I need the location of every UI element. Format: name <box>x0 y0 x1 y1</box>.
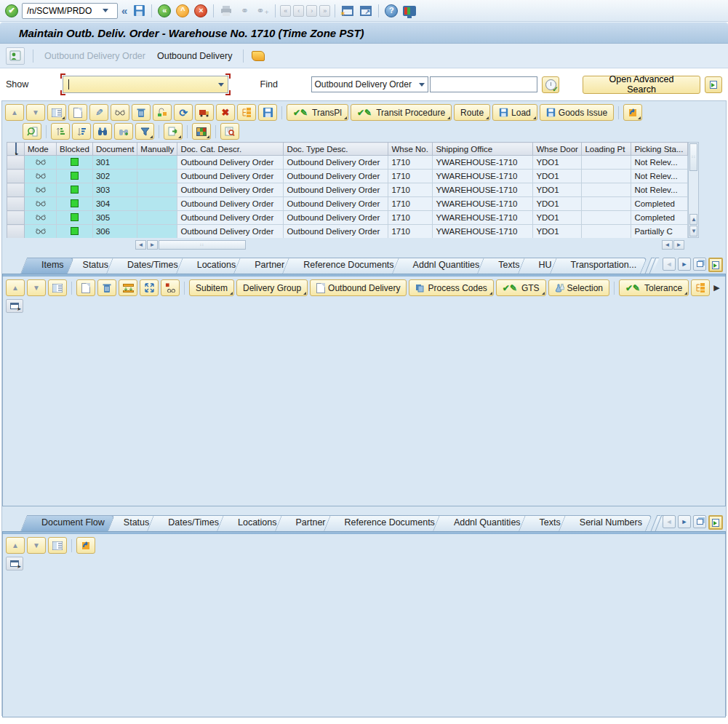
row-selector[interactable] <box>7 211 25 225</box>
open-advanced-search-button[interactable]: Open Advanced Search <box>583 76 700 94</box>
table-row[interactable]: 305 Outbound Delivery Order Outbound Del… <box>7 211 688 225</box>
row-selector[interactable] <box>7 170 25 183</box>
outbound-delivery-button[interactable]: Outbound Delivery <box>310 279 407 296</box>
table-row[interactable]: 302 Outbound Delivery Order Outbound Del… <box>7 170 688 183</box>
items-select-all-button[interactable] <box>6 299 23 313</box>
enter-icon[interactable]: ✔ <box>4 3 20 19</box>
find-type-dropdown-icon[interactable] <box>419 83 425 87</box>
col-shipping-office[interactable]: Shipping Office <box>433 143 533 156</box>
col-document[interactable]: Document <box>92 143 137 156</box>
undo-button[interactable] <box>623 104 642 121</box>
edit-button[interactable]: ✎ <box>89 104 108 121</box>
tab-scroll-right-icon[interactable]: ► <box>678 515 691 528</box>
scroll-left-icon[interactable]: ◄ <box>135 240 146 250</box>
table-row[interactable]: 304 Outbound Delivery Order Outbound Del… <box>7 197 688 211</box>
hscrollbar-thumb[interactable]: ∷ <box>159 240 246 250</box>
scroll-down-icon[interactable]: ▼ <box>689 226 697 236</box>
display-button[interactable] <box>111 104 129 121</box>
transit-procedure-button[interactable]: ✔✎Transit Procedure <box>351 104 452 121</box>
tab-scroll-left-icon[interactable]: ◄ <box>663 515 676 528</box>
delete-button[interactable] <box>97 279 116 296</box>
col-picking-status[interactable]: Picking Sta... <box>631 143 688 156</box>
command-input[interactable] <box>27 6 100 16</box>
col-mode[interactable]: Mode <box>25 143 57 156</box>
col-doc-type[interactable]: Doc. Type Desc. <box>284 143 388 156</box>
row-selector[interactable] <box>7 183 25 197</box>
layout-button[interactable] <box>192 123 211 140</box>
tab-addnl-quantities[interactable]: Addnl Quantities <box>399 258 490 274</box>
up-button[interactable]: ▲ <box>6 279 25 296</box>
up-button[interactable]: ▲ <box>6 537 25 554</box>
details-button[interactable] <box>48 279 67 296</box>
find-details-button[interactable] <box>23 123 41 140</box>
tab-scroll-right-icon[interactable]: ► <box>678 258 691 271</box>
sort-descending-button[interactable] <box>72 123 91 140</box>
insert-line-button[interactable] <box>119 279 137 296</box>
sort-ascending-button[interactable] <box>51 123 70 140</box>
scroll-up-icon[interactable]: ▲ <box>689 214 697 225</box>
collapse-icon[interactable]: « <box>120 4 129 17</box>
delivery-group-button[interactable]: Delivery Group <box>236 279 308 296</box>
tab-list-icon[interactable] <box>693 258 706 271</box>
load-button[interactable]: Load <box>492 104 537 121</box>
tab-transportation[interactable]: Transportation... <box>556 258 647 274</box>
block-button[interactable] <box>153 104 172 121</box>
vertical-scrollbar[interactable]: ∷ ▲ ▼ <box>688 142 699 238</box>
next-page-icon[interactable]: › <box>306 5 317 17</box>
undo-button[interactable] <box>76 537 95 554</box>
create-button[interactable] <box>68 104 87 121</box>
scroll-right-icon[interactable]: ► <box>147 240 158 250</box>
route-button[interactable]: Route <box>454 104 490 121</box>
scroll-left-icon[interactable]: ◄ <box>662 240 673 250</box>
find-next-icon[interactable]: ⚭₊ <box>255 3 271 19</box>
menu-outbound-delivery-order[interactable]: Outbound Delivery Order <box>41 49 148 63</box>
create-button[interactable] <box>76 279 95 296</box>
find-next-button[interactable] <box>114 123 133 140</box>
goods-issue-button[interactable]: Goods Issue <box>540 104 614 121</box>
print-preview-button[interactable] <box>220 123 239 140</box>
scroll-right-icon[interactable]: ► <box>673 240 684 250</box>
customize-layout-icon[interactable] <box>401 3 417 19</box>
expand-section-icon[interactable] <box>708 515 723 530</box>
row-selector[interactable] <box>7 197 25 211</box>
save-icon[interactable] <box>131 3 147 19</box>
up-button[interactable]: ▲ <box>5 104 24 121</box>
details-button[interactable] <box>47 104 66 121</box>
gts-button[interactable]: ✔✎GTS <box>496 279 546 296</box>
command-field[interactable] <box>22 3 118 19</box>
subitem-button[interactable]: Subitem <box>189 279 234 296</box>
shortcut-icon[interactable]: ↗ <box>358 3 374 19</box>
delete-button[interactable] <box>132 104 151 121</box>
col-loading-pt[interactable]: Loading Pt <box>582 143 631 156</box>
find-icon[interactable]: ⚭ <box>236 3 252 19</box>
previous-page-icon[interactable]: ‹ <box>293 5 304 17</box>
process-codes-button[interactable]: Process Codes <box>409 279 493 296</box>
filter-button[interactable] <box>135 123 154 140</box>
tab-reference-documents[interactable]: Reference Documents <box>330 515 445 531</box>
hierarchy-button[interactable] <box>237 104 256 121</box>
tolerance-button[interactable]: ✔✎Tolerance <box>619 279 689 296</box>
up-icon[interactable]: ^ <box>175 3 191 19</box>
last-page-icon[interactable]: » <box>319 5 330 17</box>
hierarchy-button[interactable] <box>691 279 710 296</box>
transpl-button[interactable]: ✔✎TransPl <box>287 104 348 121</box>
print-icon[interactable] <box>218 3 234 19</box>
cancel-button[interactable]: ✖ <box>216 104 235 121</box>
search-window-icon[interactable] <box>705 76 722 93</box>
warehouse-task-button[interactable] <box>195 104 214 121</box>
show-combo[interactable] <box>63 76 228 93</box>
row-selector[interactable] <box>7 225 25 239</box>
flow-select-all-button[interactable] <box>6 557 23 570</box>
refresh-button[interactable]: ⟳ <box>174 104 193 121</box>
table-row[interactable]: 301 Outbound Delivery Order Outbound Del… <box>7 156 688 170</box>
new-session-icon[interactable]: ✶ <box>340 3 356 19</box>
services-icon[interactable] <box>6 47 25 65</box>
find-button[interactable] <box>93 123 112 140</box>
table-row[interactable]: 303 Outbound Delivery Order Outbound Del… <box>7 183 688 197</box>
display-marker-button[interactable] <box>161 279 180 296</box>
col-whse-door[interactable]: Whse Door <box>533 143 582 156</box>
col-blocked[interactable]: Blocked <box>57 143 93 156</box>
show-dropdown-icon[interactable] <box>218 83 224 87</box>
tab-addnl-quantities[interactable]: Addnl Quantities <box>439 515 531 531</box>
more-toolbar-icon[interactable]: ▶ <box>713 283 719 293</box>
